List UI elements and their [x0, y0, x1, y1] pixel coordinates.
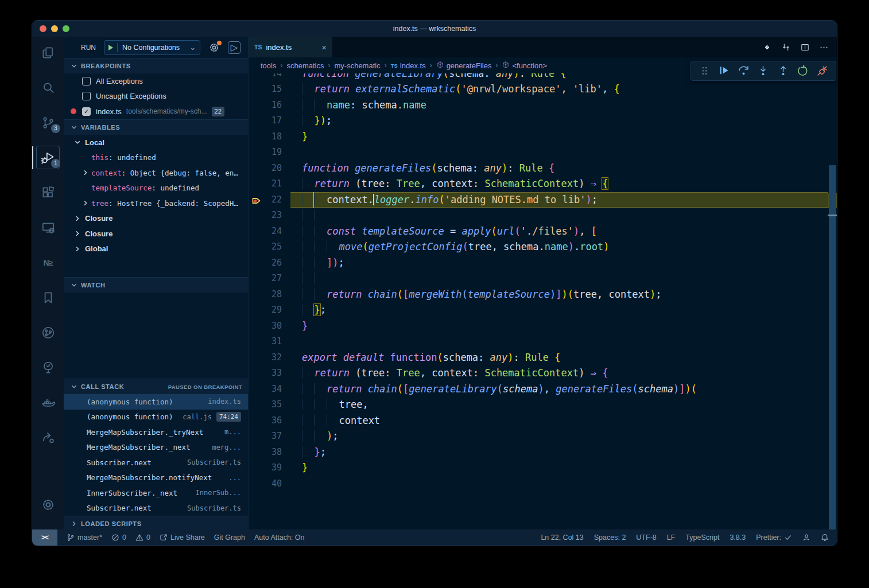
close-tab-icon[interactable]: ×	[321, 42, 327, 52]
status-item-live-share[interactable]: Live Share	[160, 534, 205, 542]
breadcrumb-item[interactable]: <function>	[502, 61, 547, 71]
call-stack-section-header[interactable]: CALL STACKPAUSED ON BREAKPOINT	[64, 379, 248, 394]
call-stack-frame-row[interactable]: (anonymous function)index.ts	[64, 394, 248, 410]
status-item-0[interactable]: 0	[111, 534, 126, 542]
call-stack-frame-row[interactable]: Subscriber.nextSubscriber.ts	[64, 501, 248, 516]
variables-scope-row[interactable]: Closure	[64, 211, 248, 227]
code-line-24[interactable]: 24 const templateSource = apply(url('./f…	[249, 224, 828, 240]
code-line-38[interactable]: 38 };	[249, 445, 828, 461]
breakpoints-section-header[interactable]: BREAKPOINTS	[64, 58, 248, 73]
call-stack-frame-row[interactable]: (anonymous function)call.js74:24	[64, 410, 248, 425]
extensions-activity-button[interactable]	[32, 180, 64, 205]
loaded-scripts-section-header[interactable]: LOADED SCRIPTS	[64, 516, 248, 531]
tab-index-ts[interactable]: TS index.ts ×	[249, 37, 332, 57]
code-line-37[interactable]: 37 );	[249, 429, 828, 445]
breadcrumb-item[interactable]: my-schematic	[335, 61, 381, 70]
manage-settings-button[interactable]	[32, 492, 64, 517]
code-line-16[interactable]: 16 name: schema.name	[249, 98, 828, 114]
debug-console-button[interactable]: ▷	[228, 41, 240, 54]
drag-grip-button[interactable]	[697, 64, 711, 78]
watch-section-header[interactable]: WATCH	[64, 277, 248, 293]
status-item-master[interactable]: master*	[67, 534, 102, 542]
code-line-20[interactable]: 20function generateFiles(schema: any): R…	[249, 161, 828, 177]
call-stack-frame-row[interactable]: Subscriber.nextSubscriber.ts	[64, 455, 248, 470]
status-item-lf[interactable]: LF	[667, 534, 676, 542]
variables-scope-row[interactable]: Closure	[64, 226, 248, 242]
step-out-button[interactable]	[776, 64, 790, 78]
start-debug-icon[interactable]	[108, 45, 113, 50]
status-item-ln-22-col-13[interactable]: Ln 22, Col 13	[541, 534, 583, 542]
remote-indicator[interactable]: ><	[32, 529, 57, 546]
restart-button[interactable]	[796, 64, 810, 78]
code-line-25[interactable]: 25 move(getProjectConfig(tree, schema.na…	[249, 239, 828, 255]
code-line-29[interactable]: 29 };	[249, 302, 828, 318]
bookmarks-activity-button[interactable]	[32, 285, 64, 310]
variables-section-header[interactable]: VARIABLES	[64, 119, 248, 135]
code-line-35[interactable]: 35 tree,	[249, 397, 828, 413]
code-line-15[interactable]: 15 return externalSchematic('@nrwl/works…	[249, 81, 828, 98]
code-line-32[interactable]: 32export default function(schema: any): …	[249, 350, 828, 366]
code-line-26[interactable]: 26 ]);	[249, 255, 828, 271]
status-item-git-graph[interactable]: Git Graph	[214, 534, 245, 542]
open-changes-icon[interactable]	[781, 42, 791, 52]
call-stack-frame-row[interactable]: InnerSubscriber._nextInnerSub...	[64, 485, 248, 501]
live-share-activity-button[interactable]	[32, 425, 64, 450]
status-item-3-8-3[interactable]: 3.8.3	[730, 534, 746, 542]
code-line-27[interactable]: 27	[249, 271, 828, 287]
gitlens-icon[interactable]	[762, 42, 772, 52]
code-line-34[interactable]: 34 return chain([generateLibrary(schema)…	[249, 381, 828, 398]
docker-activity-button[interactable]	[32, 390, 64, 415]
code-area[interactable]: 14function generateLibrary(schema: any):…	[249, 57, 837, 529]
step-over-button[interactable]	[737, 64, 751, 78]
split-editor-icon[interactable]	[800, 42, 810, 52]
search-activity-button[interactable]	[32, 75, 64, 100]
breakpoint-row[interactable]: ✓index.tstools/schematics/my-sch...22	[64, 104, 248, 119]
variable-row[interactable]: tree: HostTree {_backend: ScopedH…	[64, 196, 248, 211]
code-line-28[interactable]: 28 return chain([mergeWith(templateSourc…	[249, 287, 828, 303]
status-item-prettier[interactable]: Prettier:	[756, 534, 792, 542]
breadcrumb-item[interactable]: generateFiles	[436, 61, 492, 71]
status-item-spaces-2[interactable]: Spaces: 2	[594, 534, 626, 542]
nx-console-activity-button[interactable]: N≥	[32, 250, 64, 275]
variable-row[interactable]: this: undefined	[64, 150, 248, 166]
breadcrumb-item[interactable]: tools	[261, 61, 276, 70]
code-line-19[interactable]: 19	[249, 145, 828, 161]
call-stack-frame-row[interactable]: MergeMapSubscriber.notifyNext...	[64, 470, 248, 486]
breakpoint-checkbox[interactable]	[82, 92, 91, 100]
code-line-17[interactable]: 17 });	[249, 113, 828, 129]
code-line-22[interactable]: 22 context.logger.info('adding NOTES.md …	[249, 192, 828, 208]
status-item-0[interactable]: 0	[135, 534, 150, 542]
call-stack-frame-row[interactable]: MergeMapSubscriber._tryNextm...	[64, 425, 248, 440]
step-into-button[interactable]	[757, 64, 770, 78]
variable-row[interactable]: context: Object {debug: false, en…	[64, 165, 248, 181]
variables-scope-row[interactable]: Global	[64, 242, 248, 257]
status-item-typescript[interactable]: TypeScript	[685, 534, 719, 542]
feedback-status-button[interactable]	[802, 534, 810, 542]
variables-scope-row[interactable]: Local	[64, 135, 248, 150]
code-line-30[interactable]: 30}	[249, 318, 828, 334]
more-actions-icon[interactable]	[819, 42, 829, 52]
code-line-33[interactable]: 33 return (tree: Tree, context: Schemati…	[249, 365, 828, 381]
status-item-utf-8[interactable]: UTF-8	[636, 534, 656, 542]
breakpoint-row[interactable]: Uncaught Exceptions	[64, 89, 248, 104]
breakpoint-row[interactable]: All Exceptions	[64, 73, 248, 89]
files-activity-button[interactable]	[32, 40, 64, 65]
code-line-18[interactable]: 18}	[249, 129, 828, 145]
git-graph-activity-button[interactable]	[32, 320, 64, 345]
code-line-39[interactable]: 39}	[249, 460, 828, 476]
configure-launch-button[interactable]	[208, 42, 220, 53]
breadcrumb-item[interactable]: schematics	[286, 61, 324, 70]
remote-explorer-activity-button[interactable]	[32, 215, 64, 240]
code-line-31[interactable]: 31	[249, 334, 828, 350]
run-configuration-dropdown[interactable]: No Configurations ⌄	[104, 40, 200, 55]
editor-scrollbar[interactable]	[829, 165, 836, 531]
bell-status-button[interactable]	[821, 534, 829, 542]
breakpoint-checkbox[interactable]: ✓	[82, 107, 91, 116]
call-stack-frame-row[interactable]: MergeMapSubscriber._nextmerg...	[64, 440, 248, 455]
status-item-auto-attach-on[interactable]: Auto Attach: On	[254, 534, 305, 542]
continue-button[interactable]	[717, 64, 731, 78]
code-line-40[interactable]: 40	[249, 476, 828, 492]
source-control-activity-button[interactable]: 3	[32, 110, 64, 135]
variable-row[interactable]: templateSource: undefined	[64, 181, 248, 196]
disconnect-button[interactable]	[816, 64, 829, 78]
